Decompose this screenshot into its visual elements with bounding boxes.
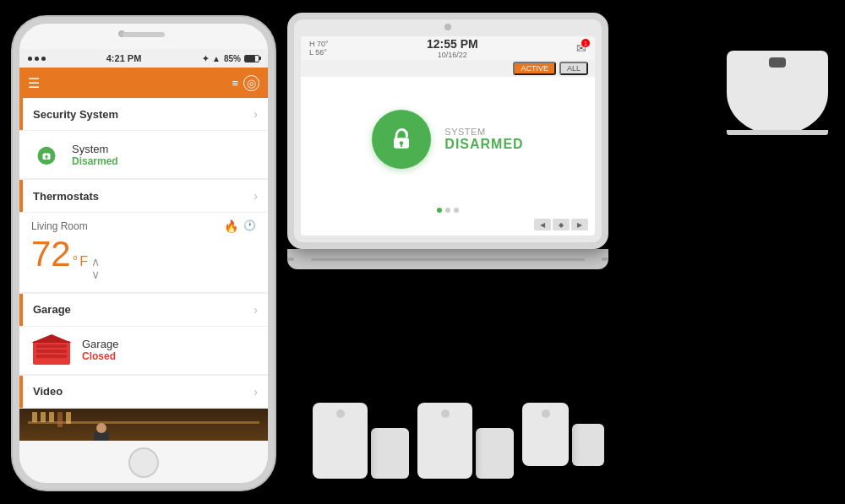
- video-title: Video: [33, 385, 63, 398]
- tablet-filter-bar: ACTIVE ALL: [301, 60, 595, 77]
- garage-label-wrap: Garage Closed: [82, 338, 118, 362]
- tablet-disarmed-value: DISARMED: [444, 137, 523, 152]
- tablet-ctrl-next[interactable]: ▶: [571, 219, 588, 230]
- tablet-controls: ◀ ◆ ▶: [534, 219, 588, 230]
- thermo-room: Living Room: [31, 220, 88, 232]
- home-button[interactable]: [128, 447, 159, 478]
- motion-sensor-body: [727, 51, 828, 135]
- menu-button[interactable]: ☰: [28, 75, 40, 91]
- security-label-wrap: System Disarmed: [72, 143, 118, 167]
- garage-icon-wrap: [31, 335, 72, 366]
- tablet-screen: H 70° L 56° 12:55 PM 10/16/22 ✉ 1 ACTIVE…: [301, 36, 595, 236]
- sensor-3-main: [522, 403, 569, 466]
- svg-rect-6: [36, 344, 67, 348]
- tablet-time-block: 12:55 PM 10/16/22: [427, 37, 478, 59]
- filter-all-button[interactable]: ALL: [559, 62, 588, 75]
- tablet-body: H 70° L 56° 12:55 PM 10/16/22 ✉ 1 ACTIVE…: [287, 13, 608, 249]
- tablet-base: [287, 249, 608, 269]
- tablet-status-bar: H 70° L 56° 12:55 PM 10/16/22 ✉ 1: [301, 36, 595, 60]
- status-bar: 4:21 PM ✦ ▲ 85%: [19, 49, 268, 68]
- video-scene: [19, 409, 268, 441]
- thermo-temp-value: 72: [31, 236, 71, 272]
- sensor-3-pair: [522, 403, 587, 466]
- garage-section-header[interactable]: Garage ›: [19, 294, 268, 326]
- temp-down-icon[interactable]: ∨: [91, 268, 100, 281]
- tablet: H 70° L 56° 12:55 PM 10/16/22 ✉ 1 ACTIVE…: [287, 13, 608, 266]
- svg-rect-7: [36, 350, 67, 353]
- app-content: Security System ›: [19, 98, 268, 441]
- thermo-degree: °: [73, 254, 78, 269]
- lock-icon-wrap: [31, 139, 62, 170]
- garage-arrow-icon: ›: [254, 303, 258, 317]
- door-sensor-3: [522, 403, 587, 479]
- tablet-ctrl-back[interactable]: ◀: [534, 219, 551, 230]
- tablet-time: 12:55 PM: [427, 37, 478, 51]
- tablet-mail-icon[interactable]: ✉ 1: [576, 41, 586, 55]
- thermostat-item[interactable]: Living Room 🔥 🕐 72 ° F ∧: [19, 213, 268, 292]
- tablet-ctrl-home[interactable]: ◆: [553, 219, 570, 230]
- status-right: ✦ ▲ 85%: [202, 54, 259, 63]
- security-item-status: Disarmed: [72, 155, 118, 167]
- tablet-lock-icon: [386, 124, 417, 154]
- mail-badge: 1: [581, 39, 590, 47]
- thermo-room-row: Living Room 🔥 🕐: [31, 219, 256, 233]
- thermo-scale: F: [79, 254, 88, 269]
- thermo-arrows[interactable]: ∧ ∨: [91, 256, 100, 282]
- security-item[interactable]: System Disarmed: [19, 131, 268, 178]
- thermostats-arrow-icon: ›: [254, 189, 258, 203]
- svg-marker-9: [31, 334, 72, 343]
- sensor-2-small: [476, 428, 514, 479]
- bluetooth-icon: ✦: [202, 54, 209, 63]
- phone-speaker: [123, 32, 165, 37]
- filter-icon[interactable]: ≡: [232, 77, 238, 89]
- thermo-icons: 🔥 🕐: [224, 219, 256, 233]
- svg-rect-8: [36, 355, 67, 358]
- motion-base: [727, 130, 828, 135]
- clock-nav-icon[interactable]: ◎: [243, 75, 259, 91]
- garage-section-content: Garage Closed: [19, 327, 268, 374]
- weather-low: L 56°: [309, 48, 329, 57]
- phone-screen: 4:21 PM ✦ ▲ 85% ☰ ≡ ◎: [19, 49, 268, 441]
- video-section-content: [19, 409, 268, 441]
- sensor-1-small: [371, 428, 409, 479]
- sensor-1-pair: [313, 403, 392, 479]
- tablet-speaker-grille: [311, 258, 585, 261]
- sensor-3-small: [572, 424, 604, 466]
- tablet-disarmed-display: SYSTEM DISARMED: [372, 110, 523, 169]
- sensor-2-main: [417, 403, 472, 479]
- tablet-button-dot: [602, 257, 608, 261]
- security-section-header[interactable]: Security System ›: [19, 98, 268, 130]
- tablet-system-label: SYSTEM: [444, 127, 523, 137]
- video-items: [32, 412, 71, 427]
- nav-right: ≡ ◎: [232, 75, 259, 91]
- flame-icon: 🔥: [224, 219, 238, 233]
- garage-item[interactable]: Garage Closed: [19, 327, 268, 374]
- video-arrow-icon: ›: [254, 385, 258, 398]
- door-sensor-2: [417, 403, 497, 479]
- motion-sensor: [727, 51, 828, 144]
- thermostats-title: Thermostats: [33, 190, 99, 203]
- security-title: Security System: [33, 108, 118, 121]
- temp-up-icon[interactable]: ∧: [91, 256, 100, 268]
- tablet-camera: [444, 24, 451, 30]
- sensor-1-main: [313, 403, 368, 479]
- weather-high: H 70°: [309, 40, 329, 48]
- tablet-dots-bar: [301, 202, 595, 219]
- thermostats-section-header[interactable]: Thermostats ›: [19, 180, 268, 212]
- dot-3: [454, 208, 459, 213]
- thermostats-section-content: Living Room 🔥 🕐 72 ° F ∧: [19, 213, 268, 292]
- status-time: 4:21 PM: [106, 53, 142, 63]
- filter-active-button[interactable]: ACTIVE: [513, 62, 556, 75]
- garage-item-label: Garage: [82, 338, 118, 350]
- video-section-header[interactable]: Video ›: [19, 376, 268, 408]
- tablet-lock-circle: [372, 110, 431, 169]
- wifi-icon: ▲: [212, 54, 221, 63]
- nav-bar: ☰ ≡ ◎: [19, 68, 268, 98]
- tablet-date: 10/16/22: [427, 51, 478, 59]
- tablet-speaker-dot: [287, 257, 294, 261]
- schedule-icon: 🕐: [243, 219, 256, 233]
- tablet-main-content: SYSTEM DISARMED: [301, 77, 595, 202]
- video-person: [94, 431, 109, 441]
- video-thumbnail[interactable]: [19, 409, 268, 441]
- garage-door-icon: [31, 334, 72, 366]
